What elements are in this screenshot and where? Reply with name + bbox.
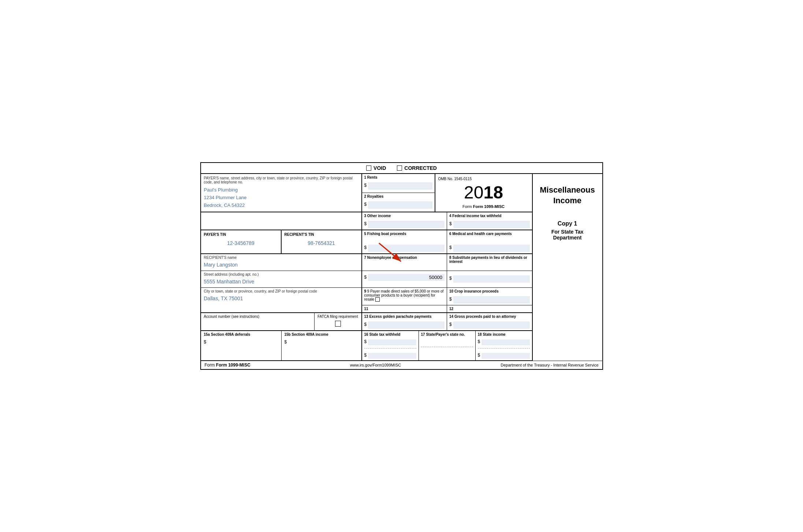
box2-dollar: $ (364, 202, 367, 207)
payer-address: 1234 Plummer Lane (204, 194, 358, 202)
box13: 13 Excess golden parachute payments $ (362, 313, 447, 330)
box3-value[interactable] (368, 221, 445, 228)
box8-label: 8 Substitute payments in lieu of dividen… (449, 256, 530, 264)
box7-amount[interactable]: 50000 (368, 274, 445, 281)
footer-url: www.irs.gov/Form1099MISC (350, 363, 401, 367)
box18-dollar1: $ (478, 339, 480, 344)
box11-label: 11 (364, 307, 445, 311)
payer-tin-value: 12-3456789 (204, 240, 278, 248)
box6-value[interactable] (453, 245, 530, 252)
box13-value[interactable] (368, 321, 445, 329)
box4-dollar: $ (449, 221, 452, 226)
corrected-checkbox[interactable] (397, 165, 402, 171)
box5-value[interactable] (368, 245, 445, 252)
box3: 3 Other income $ (362, 212, 447, 230)
box8-dollar: $ (449, 276, 452, 281)
box14-dollar: $ (449, 322, 452, 327)
box6-label: 6 Medical and health care payments (449, 232, 530, 236)
bottom-row: 15a Section 409A deferrals $ 15b Section… (201, 331, 532, 361)
box18-label: 18 State income (478, 332, 530, 336)
box5: 5 Fishing boat proceeds $ (362, 230, 447, 253)
box18: 18 State income $ $ (476, 331, 532, 360)
account-label: Account number (see instructions) (204, 315, 311, 319)
boxes-910: 9 9 Payer made direct sales of $5,000 or… (362, 288, 532, 312)
street-row: Street address (including apt. no.) 5555… (201, 271, 532, 288)
footer-form-name: Form 1099-MISC (216, 362, 250, 368)
box17-label: 17 State/Payer's state no. (421, 332, 473, 336)
row1: PAYER'S name, street address, city or to… (201, 174, 532, 212)
footer-dept: Department of the Treasury - Internal Re… (501, 363, 598, 367)
box7-label: 7 Nonemployee compensation (364, 256, 445, 260)
box8-value-box: $ (447, 271, 532, 287)
box16-value1[interactable] (368, 339, 416, 345)
box18-value1[interactable] (482, 339, 529, 345)
boxes-1314: 13 Excess golden parachute payments $ 14… (362, 313, 532, 330)
box7: 7 Nonemployee compensation (362, 254, 447, 271)
boxes-12: 1 Rents $ 2 Royalties $ (362, 174, 435, 211)
box5-label: 5 Fishing boat proceeds (364, 232, 445, 236)
box4-value[interactable] (453, 221, 530, 228)
box16-value2[interactable] (368, 353, 416, 359)
form-name-strong: Form 1099-MISC (473, 204, 505, 209)
city-row: City or town, state or province, country… (201, 288, 532, 313)
right-sidebar: MiscellaneousIncome Copy 1 For State Tax… (533, 174, 602, 360)
box8-value[interactable] (453, 275, 530, 283)
recipient-row: RECIPIENT'S name Mary Langston 7 Nonempl… (201, 254, 532, 271)
box5-dollar: $ (364, 245, 367, 250)
payer-box: PAYER'S name, street address, city or to… (201, 174, 362, 211)
account-box: Account number (see instructions) (201, 313, 315, 330)
box9: 9 9 Payer made direct sales of $5,000 or… (362, 288, 447, 305)
box14-value[interactable] (453, 321, 530, 329)
copy-number: Copy 1 (558, 220, 577, 227)
boxes-34: 3 Other income $ 4 Federal income tax wi… (362, 212, 532, 230)
fatca-label: FATCA filing requirement (317, 315, 358, 319)
void-checkbox[interactable] (366, 165, 371, 171)
box9-checkbox[interactable] (375, 297, 380, 302)
street-value: 5555 Manhattan Drive (204, 279, 358, 286)
box15a: 15a Section 409A deferrals $ (201, 331, 282, 360)
box15b-label: 15b Section 409A income (285, 332, 358, 336)
box14-label: 14 Gross proceeds paid to an attorney (449, 315, 530, 319)
recipient-tin-box: RECIPIENT'S TIN 98-7654321 (282, 230, 362, 253)
boxes-56: 5 Fishing boat proceeds $ 6 Medical and … (362, 230, 532, 253)
boxes-910-top: 9 9 Payer made direct sales of $5,000 or… (362, 288, 532, 305)
box2-label: 2 Royalties (364, 194, 432, 198)
boxes-78-values: $ 50000 $ (362, 271, 532, 287)
payer-tin-box: PAYER'S TIN 12-3456789 (201, 230, 282, 253)
payer-info: Paul's Plumbing 1234 Plummer Lane Bedroc… (204, 186, 358, 209)
box3-empty (201, 212, 362, 230)
box18-dashed (478, 348, 530, 349)
box10-dollar: $ (449, 297, 452, 302)
box18-dollar2: $ (478, 353, 480, 358)
header-row: VOID CORRECTED (201, 163, 602, 174)
payer-city-state: Bedrock, CA 54322 (204, 202, 358, 209)
box16-dollar2: $ (364, 353, 367, 358)
footer: Form Form 1099-MISC www.irs.gov/Form1099… (201, 361, 602, 369)
copy-description: For State TaxDepartment (551, 229, 584, 241)
box1-value[interactable] (368, 182, 432, 190)
box16: 16 State tax withheld $ $ (362, 331, 419, 360)
box13-label: 13 Excess golden parachute payments (364, 315, 445, 319)
box14: 14 Gross proceeds paid to an attorney $ (447, 313, 532, 330)
year-bold: 18 (484, 183, 503, 202)
city-box: City or town, state or province, country… (201, 288, 362, 312)
box18-value2[interactable] (482, 353, 529, 359)
box13-dollar: $ (364, 322, 367, 327)
form-1099-misc: VOID CORRECTED PAYER'S name, street addr… (200, 162, 603, 369)
box8: 8 Substitute payments in lieu of dividen… (447, 254, 532, 271)
street-label: Street address (including apt. no.) (204, 272, 358, 276)
box4: 4 Federal income tax withheld $ (447, 212, 532, 230)
box10: 10 Crop insurance proceeds $ (447, 288, 532, 305)
box7-value-box: $ 50000 (362, 271, 447, 287)
box4-label: 4 Federal income tax withheld (449, 214, 530, 218)
box1: 1 Rents $ (362, 174, 435, 193)
fatca-checkbox[interactable] (335, 321, 341, 327)
box1-dollar: $ (364, 183, 367, 188)
form-name-bottom: Form Form 1099-MISC (438, 204, 529, 209)
box10-label: 10 Crop insurance proceeds (449, 289, 530, 293)
box10-value[interactable] (453, 296, 530, 304)
box16-dashed (364, 348, 416, 349)
box9-label: 9 (364, 289, 367, 293)
boxes-78: 7 Nonemployee compensation (362, 254, 532, 271)
box2-value[interactable] (368, 201, 432, 209)
